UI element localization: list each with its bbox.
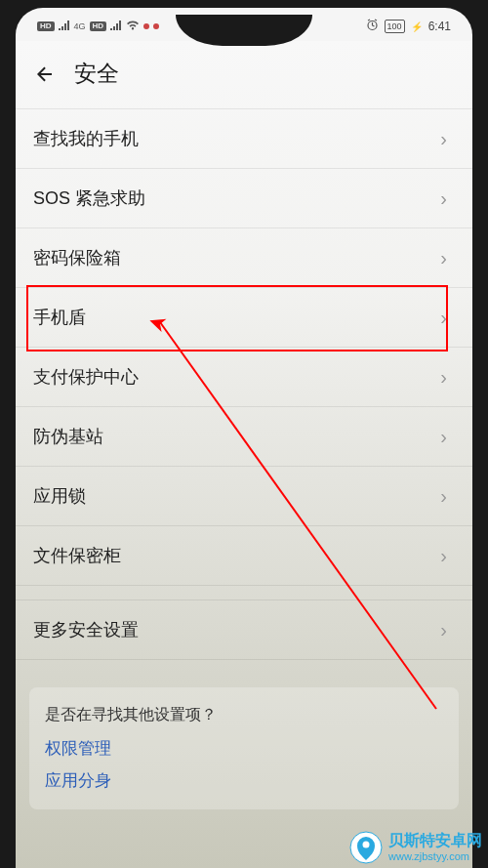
link-permission-management[interactable]: 权限管理 bbox=[45, 737, 443, 760]
watermark-url: www.zjbstyy.com bbox=[388, 850, 482, 863]
notification-dot-1 bbox=[143, 23, 149, 29]
svg-point-3 bbox=[363, 842, 370, 848]
page-title: 安全 bbox=[74, 59, 119, 89]
alarm-icon bbox=[366, 19, 379, 34]
sim-hd-badge-2: HD bbox=[90, 21, 107, 31]
item-label: 文件保密柜 bbox=[33, 544, 121, 567]
settings-list: 查找我的手机 › SOS 紧急求助 › 密码保险箱 › 手机盾 › 支付保护中心… bbox=[16, 108, 472, 660]
status-right: 100 ⚡ 6:41 bbox=[366, 19, 451, 34]
signal-bars-icon bbox=[59, 21, 70, 32]
chevron-right-icon: › bbox=[440, 545, 447, 567]
group-separator bbox=[16, 586, 472, 599]
chevron-right-icon: › bbox=[440, 307, 447, 329]
item-sos-emergency[interactable]: SOS 紧急求助 › bbox=[16, 169, 472, 228]
chevron-right-icon: › bbox=[440, 247, 447, 269]
notification-dot-2 bbox=[153, 23, 159, 29]
watermark-text: 贝斯特安卓网 www.zjbstyy.com bbox=[388, 832, 482, 862]
wifi-icon bbox=[126, 21, 140, 32]
item-payment-protection[interactable]: 支付保护中心 › bbox=[16, 348, 472, 407]
battery-indicator: 100 bbox=[385, 20, 405, 33]
item-find-my-phone[interactable]: 查找我的手机 › bbox=[16, 108, 472, 169]
item-phone-shield[interactable]: 手机盾 › bbox=[16, 288, 472, 348]
looking-for-panel: 是否在寻找其他设置项？ 权限管理 应用分身 bbox=[29, 687, 459, 809]
link-app-twin[interactable]: 应用分身 bbox=[45, 769, 443, 792]
status-left: HD 4G HD bbox=[37, 21, 159, 32]
signal-bars-icon-2 bbox=[110, 21, 122, 32]
item-app-lock[interactable]: 应用锁 › bbox=[16, 467, 472, 526]
item-label: 密码保险箱 bbox=[33, 246, 121, 269]
chevron-right-icon: › bbox=[440, 485, 447, 508]
item-password-vault[interactable]: 密码保险箱 › bbox=[16, 228, 472, 288]
network-4g-label: 4G bbox=[74, 21, 86, 31]
item-label: 更多安全设置 bbox=[33, 618, 139, 641]
chevron-right-icon: › bbox=[440, 128, 447, 150]
chevron-right-icon: › bbox=[440, 187, 447, 210]
chevron-right-icon: › bbox=[440, 366, 447, 389]
looking-for-prompt: 是否在寻找其他设置项？ bbox=[45, 705, 443, 725]
item-label: 手机盾 bbox=[33, 306, 86, 329]
item-label: 防伪基站 bbox=[33, 425, 103, 448]
screen-content: 安全 查找我的手机 › SOS 紧急求助 › 密码保险箱 › 手机盾 › 支付保… bbox=[16, 41, 472, 868]
watermark: 贝斯特安卓网 www.zjbstyy.com bbox=[349, 831, 482, 864]
item-label: SOS 紧急求助 bbox=[33, 186, 145, 210]
item-file-safe[interactable]: 文件保密柜 › bbox=[16, 526, 472, 586]
page-header: 安全 bbox=[16, 41, 472, 108]
phone-frame: HD 4G HD 100 ⚡ 6:41 bbox=[16, 8, 472, 868]
item-more-security[interactable]: 更多安全设置 › bbox=[16, 599, 472, 660]
back-button[interactable] bbox=[33, 62, 57, 86]
item-label: 应用锁 bbox=[33, 484, 86, 508]
status-time: 6:41 bbox=[428, 20, 451, 33]
item-label: 查找我的手机 bbox=[33, 127, 139, 150]
battery-charging-icon: ⚡ bbox=[411, 21, 423, 32]
watermark-title: 贝斯特安卓网 bbox=[388, 832, 482, 849]
watermark-logo-icon bbox=[349, 831, 383, 864]
item-fake-base-station[interactable]: 防伪基站 › bbox=[16, 407, 472, 467]
chevron-right-icon: › bbox=[440, 619, 447, 641]
sim-hd-badge-1: HD bbox=[37, 21, 55, 31]
item-label: 支付保护中心 bbox=[33, 365, 139, 389]
chevron-right-icon: › bbox=[440, 426, 447, 448]
